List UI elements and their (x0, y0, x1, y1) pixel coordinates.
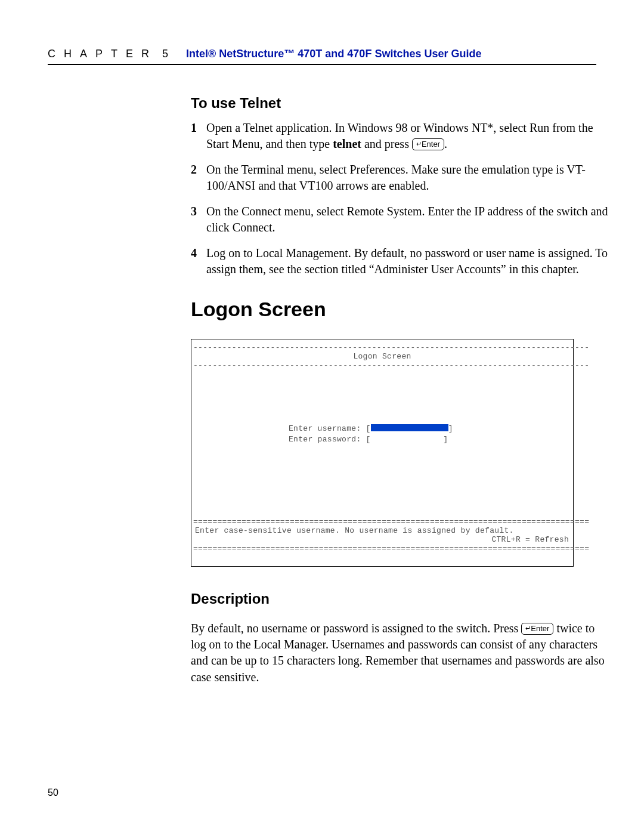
step-bold-word: telnet (333, 137, 361, 150)
step-row: 1 Open a Telnet application. In Windows … (191, 120, 608, 152)
username-label: Enter username: [ (289, 424, 371, 433)
chapter-label: CHAPTER (48, 48, 157, 60)
terminal-title: Logon Screen (193, 352, 571, 361)
step-text: . (444, 137, 447, 150)
terminal-rule: ========================================… (193, 544, 571, 553)
enter-arrow-icon: ↵ (416, 140, 422, 147)
content-column: To use Telnet 1 Open a Telnet applicatio… (191, 95, 608, 685)
step-text: On the Connect menu, select Remote Syste… (206, 205, 608, 234)
step-body: Log on to Local Management. By default, … (206, 245, 608, 277)
telnet-heading: To use Telnet (191, 95, 608, 112)
chapter-number: 5 (162, 48, 169, 60)
enter-key-icon: ↵Enter (412, 138, 444, 150)
step-text: On the Terminal menu, select Preferences… (206, 163, 586, 192)
document-title: Intel® NetStructure™ 470T and 470F Switc… (186, 48, 481, 60)
enter-arrow-icon: ↵ (525, 625, 531, 632)
page-number: 50 (48, 787, 58, 798)
step-number: 3 (191, 203, 206, 236)
terminal-body: Enter username: [] Enter password: [ ] (193, 370, 571, 445)
password-bracket-end: ] (443, 435, 448, 444)
terminal-rule: ----------------------------------------… (193, 361, 571, 370)
description-body: By default, no username or password is a… (191, 620, 608, 685)
logon-screen-heading: Logon Screen (191, 298, 608, 321)
step-row: 4 Log on to Local Management. By default… (191, 245, 608, 277)
terminal-footer: ========================================… (193, 517, 571, 553)
enter-key-label: Enter (531, 624, 549, 633)
description-text: By default, no username or password is a… (191, 622, 521, 635)
step-text: Log on to Local Management. By default, … (206, 246, 608, 276)
terminal-cursor (371, 424, 448, 431)
terminal-username-line: Enter username: [] (289, 424, 571, 434)
step-number: 4 (191, 245, 206, 277)
description-heading: Description (191, 591, 608, 607)
terminal-inner: ----------------------------------------… (193, 343, 571, 563)
terminal-rule: ========================================… (193, 517, 571, 526)
step-body: On the Terminal menu, select Preferences… (206, 162, 608, 194)
terminal-refresh-line: CTRL+R = Refresh (193, 535, 571, 544)
step-number: 2 (191, 162, 206, 194)
terminal-screenshot: ----------------------------------------… (191, 339, 574, 567)
terminal-password-line: Enter password: [ ] (289, 434, 571, 445)
page-header: CHAPTER 5 Intel® NetStructure™ 470T and … (48, 48, 596, 65)
username-bracket-end: ] (448, 424, 453, 433)
step-body: On the Connect menu, select Remote Syste… (206, 203, 608, 236)
step-number: 1 (191, 120, 206, 152)
step-row: 3 On the Connect menu, select Remote Sys… (191, 203, 608, 236)
terminal-help-line: Enter case-sensitive username. No userna… (193, 526, 571, 535)
enter-key-icon: ↵Enter (521, 623, 553, 635)
page: CHAPTER 5 Intel® NetStructure™ 470T and … (0, 0, 644, 828)
password-label: Enter password: [ (289, 435, 371, 444)
step-body: Open a Telnet application. In Windows 98… (206, 120, 608, 152)
terminal-rule: ----------------------------------------… (193, 343, 571, 352)
step-row: 2 On the Terminal menu, select Preferenc… (191, 162, 608, 194)
step-text: and press (361, 137, 412, 150)
enter-key-label: Enter (422, 140, 440, 149)
